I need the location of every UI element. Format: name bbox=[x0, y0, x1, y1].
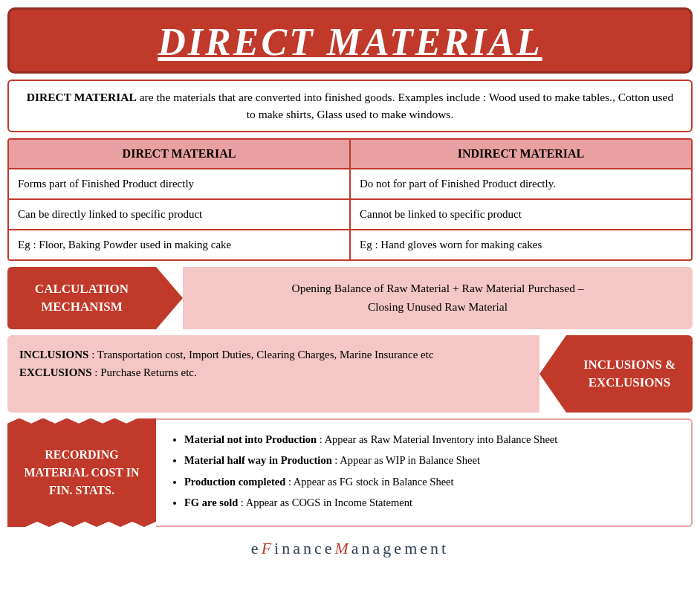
exclusions-bold: EXCLUSIONS bbox=[19, 366, 92, 378]
row3-indirect: Eg : Hand gloves worn for making cakes bbox=[351, 230, 691, 259]
inclusions-exclusions-label-text: INCLUSIONS &EXCLUSIONS bbox=[583, 356, 675, 392]
comparison-row-3: Eg : Floor, Baking Powder used in making… bbox=[9, 229, 691, 259]
recording-label-text: RECORDINGMATERIAL COST INFIN. STATS. bbox=[25, 446, 140, 499]
exclusions-text: : Purchase Returns etc. bbox=[92, 366, 197, 378]
inclusions-text: : Transportation cost, Import Duties, Cl… bbox=[88, 349, 433, 360]
comparison-header: DIRECT MATERIAL INDIRECT MATERIAL bbox=[9, 140, 691, 168]
inclusions-bold: INCLUSIONS bbox=[19, 349, 88, 360]
footer-F: F bbox=[262, 539, 274, 557]
comparison-row-2: Can be directly linked to specific produ… bbox=[9, 198, 691, 229]
col-header-direct: DIRECT MATERIAL bbox=[9, 140, 351, 168]
recording-list: Material not into Production : Appear as… bbox=[171, 430, 676, 513]
footer-n2: n bbox=[303, 539, 314, 557]
calculation-row: CALCULATIONMECHANISM Opening Balance of … bbox=[7, 267, 693, 329]
footer-i: i bbox=[274, 539, 282, 557]
row1-direct: Forms part of Finished Product directly bbox=[9, 169, 351, 198]
recording-item-4: FG are sold : Appear as COGS in Income S… bbox=[184, 494, 676, 512]
recording-content: Material not into Production : Appear as… bbox=[156, 418, 693, 528]
footer-M: M bbox=[335, 539, 351, 557]
footer-g: g bbox=[383, 539, 394, 557]
inclusions-exclusions-label: INCLUSIONS &EXCLUSIONS bbox=[566, 335, 693, 413]
footer-e: e bbox=[251, 539, 262, 557]
footer-a: a bbox=[293, 539, 303, 557]
main-container: DIRECT MATERIAL DIRECT MATERIAL are the … bbox=[0, 0, 700, 569]
calculation-arrow bbox=[156, 267, 183, 329]
inclusions-exclusions-arrow bbox=[539, 335, 566, 413]
footer-n4: n bbox=[430, 539, 441, 557]
inclusions-exclusions-content: INCLUSIONS : Transportation cost, Import… bbox=[7, 335, 539, 413]
row2-indirect: Cannot be linked to specific product bbox=[351, 200, 691, 229]
recording-item-2: Material half way in Production : Appear… bbox=[184, 451, 676, 470]
recording-item-1: Material not into Production : Appear as… bbox=[184, 430, 676, 449]
footer-m: m bbox=[404, 539, 420, 557]
row3-direct: Eg : Floor, Baking Powder used in making… bbox=[9, 230, 351, 259]
calculation-label: CALCULATIONMECHANISM bbox=[7, 267, 156, 329]
footer-t: t bbox=[441, 539, 449, 557]
footer-e3: e bbox=[394, 539, 404, 557]
row2-direct: Can be directly linked to specific produ… bbox=[9, 200, 351, 229]
definition-bold: DIRECT MATERIAL bbox=[27, 91, 137, 103]
row1-indirect: Do not for part of Finished Product dire… bbox=[351, 169, 691, 198]
main-title: DIRECT MATERIAL bbox=[17, 20, 683, 64]
comparison-table: DIRECT MATERIAL INDIRECT MATERIAL Forms … bbox=[7, 138, 693, 261]
calculation-label-text: CALCULATIONMECHANISM bbox=[35, 280, 129, 316]
definition-box: DIRECT MATERIAL are the materials that a… bbox=[7, 80, 693, 132]
recording-label: RECORDINGMATERIAL COST INFIN. STATS. bbox=[7, 418, 156, 528]
inclusions-exclusions-row: INCLUSIONS : Transportation cost, Import… bbox=[7, 335, 693, 413]
col-header-indirect: INDIRECT MATERIAL bbox=[351, 140, 691, 168]
calculation-content: Opening Balance of Raw Material + Raw Ma… bbox=[183, 267, 693, 329]
footer-c: c bbox=[314, 539, 325, 557]
footer: eFinanceManagement bbox=[7, 533, 693, 561]
recording-row: RECORDINGMATERIAL COST INFIN. STATS. Mat… bbox=[7, 418, 693, 528]
title-box: DIRECT MATERIAL bbox=[7, 7, 693, 74]
footer-e2: e bbox=[325, 539, 335, 557]
footer-a3: a bbox=[373, 539, 383, 557]
footer-n1: n bbox=[282, 539, 293, 557]
recording-item-3: Production completed : Appear as FG stoc… bbox=[184, 473, 676, 491]
definition-text: are the materials that are converted int… bbox=[137, 91, 673, 120]
comparison-row-1: Forms part of Finished Product directly … bbox=[9, 168, 691, 198]
footer-e4: e bbox=[420, 539, 430, 557]
footer-n3: n bbox=[362, 539, 373, 557]
footer-a2: a bbox=[351, 539, 362, 557]
